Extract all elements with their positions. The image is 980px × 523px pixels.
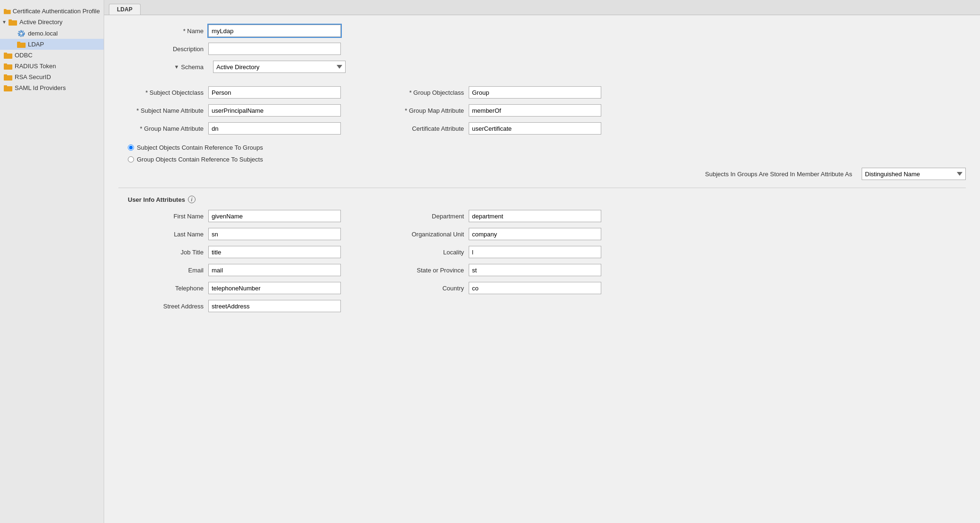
schema-label-container: ▼ Schema xyxy=(118,63,204,71)
group-name-cert-row: * Group Name Attribute Certificate Attri… xyxy=(118,122,966,135)
svg-point-6 xyxy=(21,31,22,32)
main-content: LDAP * Name Description ▼ Schema xyxy=(104,0,980,523)
sidebar-item-radius-label: RADIUS Token xyxy=(15,63,56,70)
radio2-label: Group Objects Contain Reference To Subje… xyxy=(137,156,263,163)
email-label: Email xyxy=(118,267,204,274)
jobtitle-locality-row: Job Title Locality xyxy=(118,246,966,258)
job-title-col: Job Title xyxy=(118,246,341,258)
name-attr-row: * Subject Name Attribute * Group Map Att… xyxy=(118,104,966,117)
telephone-input[interactable] xyxy=(208,282,341,294)
department-input[interactable] xyxy=(469,210,601,222)
org-unit-col: Organizational Unit xyxy=(379,228,601,240)
country-label: Country xyxy=(379,285,464,292)
svg-rect-14 xyxy=(4,63,7,65)
radio1-row: Subject Objects Contain Reference To Gro… xyxy=(118,144,966,151)
telephone-country-row: Telephone Country xyxy=(118,282,966,294)
country-input[interactable] xyxy=(469,282,601,294)
street-label: Street Address xyxy=(118,303,204,310)
subject-name-attr-label: * Subject Name Attribute xyxy=(118,107,204,114)
description-label: Description xyxy=(118,45,204,53)
state-label: State or Province xyxy=(379,267,464,274)
lastname-orgunit-row: Last Name Organizational Unit xyxy=(118,228,966,240)
first-name-col: First Name xyxy=(118,210,341,222)
locality-input[interactable] xyxy=(469,246,601,258)
sidebar-item-odbc[interactable]: ODBC xyxy=(0,50,104,61)
sidebar-item-odbc-label: ODBC xyxy=(15,52,33,59)
schema-select[interactable]: Active Directory Sun/Netscape Novell eDi… xyxy=(213,61,346,73)
dn-select[interactable]: Distinguished Name Login ID xyxy=(862,168,966,180)
sidebar-item-saml-label: SAML Id Providers xyxy=(15,84,66,91)
first-name-input[interactable] xyxy=(208,210,341,222)
street-row: Street Address xyxy=(118,300,966,312)
folder-icon xyxy=(4,85,12,91)
svg-rect-0 xyxy=(4,9,11,14)
locality-col: Locality xyxy=(379,246,601,258)
job-title-input[interactable] xyxy=(208,246,341,258)
sidebar-item-active-dir-label: Active Directory xyxy=(19,18,62,26)
sidebar-item-cert-auth[interactable]: Certificate Authentication Profile xyxy=(0,6,104,17)
form-section: * Name Description ▼ Schema Active Direc… xyxy=(118,25,966,312)
subject-name-attr-input[interactable] xyxy=(208,104,341,117)
user-info-title: User Info Attributes i xyxy=(128,196,966,203)
name-input[interactable] xyxy=(208,25,341,37)
state-input[interactable] xyxy=(469,264,601,276)
schema-label: Schema xyxy=(181,63,204,71)
schema-arrow-icon: ▼ xyxy=(174,64,179,70)
dn-row: Subjects In Groups Are Stored In Member … xyxy=(118,168,966,180)
first-name-label: First Name xyxy=(118,213,204,220)
svg-point-4 xyxy=(19,32,23,35)
info-icon[interactable]: i xyxy=(188,196,196,203)
radio2-input[interactable] xyxy=(128,156,134,162)
folder-icon xyxy=(4,63,12,70)
cert-attr-input[interactable] xyxy=(469,122,601,135)
sidebar-item-rsa[interactable]: RSA SecurID xyxy=(0,72,104,82)
tab-bar: LDAP xyxy=(104,0,980,15)
radio1-input[interactable] xyxy=(128,144,134,151)
job-title-label: Job Title xyxy=(118,249,204,256)
sidebar-item-demo-local-label: demo.local xyxy=(28,30,58,37)
sidebar-item-demo-local[interactable]: demo.local xyxy=(0,27,104,39)
org-unit-label: Organizational Unit xyxy=(379,231,464,238)
org-unit-input[interactable] xyxy=(469,228,601,240)
divider xyxy=(118,188,966,188)
folder-icon xyxy=(4,8,11,15)
group-objectclass-input[interactable] xyxy=(469,86,601,99)
tab-ldap[interactable]: LDAP xyxy=(109,4,141,15)
subject-name-attr-col: * Subject Name Attribute xyxy=(118,104,341,117)
group-map-attr-input[interactable] xyxy=(469,104,601,117)
subject-objectclass-label: * Subject Objectclass xyxy=(118,89,204,96)
street-input[interactable] xyxy=(208,300,341,312)
street-col: Street Address xyxy=(118,300,341,312)
locality-label: Locality xyxy=(379,249,464,256)
sidebar-item-active-dir[interactable]: ▼ Active Directory xyxy=(0,17,104,27)
group-map-attr-col: * Group Map Attribute xyxy=(379,104,601,117)
last-name-input[interactable] xyxy=(208,228,341,240)
objectclass-row: * Subject Objectclass * Group Objectclas… xyxy=(118,86,966,99)
email-input[interactable] xyxy=(208,264,341,276)
sidebar-item-ldap[interactable]: LDAP xyxy=(0,39,104,50)
department-col: Department xyxy=(379,210,601,222)
radio2-row: Group Objects Contain Reference To Subje… xyxy=(118,156,966,163)
subject-objectclass-input[interactable] xyxy=(208,86,341,99)
group-name-attr-input[interactable] xyxy=(208,122,341,135)
state-col: State or Province xyxy=(379,264,601,276)
firstname-dept-row: First Name Department xyxy=(118,210,966,222)
name-label: * Name xyxy=(118,27,204,35)
sidebar: Certificate Authentication Profile ▼ Act… xyxy=(0,0,104,523)
svg-rect-10 xyxy=(17,42,20,43)
last-name-label: Last Name xyxy=(118,231,204,238)
group-name-attr-col: * Group Name Attribute xyxy=(118,122,341,135)
description-input[interactable] xyxy=(208,43,341,55)
folder-icon xyxy=(4,52,12,59)
svg-rect-9 xyxy=(17,43,26,48)
sidebar-item-radius[interactable]: RADIUS Token xyxy=(0,61,104,72)
department-label: Department xyxy=(379,213,464,220)
svg-rect-15 xyxy=(4,75,12,81)
group-objectclass-label: * Group Objectclass xyxy=(379,89,464,96)
svg-rect-18 xyxy=(4,85,7,87)
description-row: Description xyxy=(118,43,966,55)
cert-attr-col: Certificate Attribute xyxy=(379,122,601,135)
sidebar-item-saml[interactable]: SAML Id Providers xyxy=(0,82,104,93)
sidebar-item-ldap-label: LDAP xyxy=(28,41,44,48)
svg-rect-13 xyxy=(4,64,12,70)
